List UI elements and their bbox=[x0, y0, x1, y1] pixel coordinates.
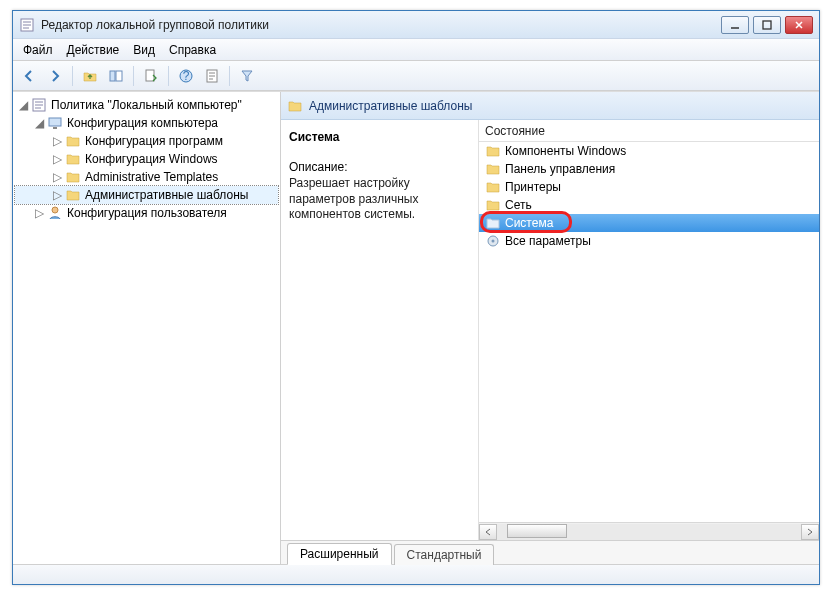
collapse-icon[interactable]: ◢ bbox=[17, 99, 29, 111]
folder-icon bbox=[65, 151, 81, 167]
folder-icon bbox=[485, 179, 501, 195]
menubar: Файл Действие Вид Справка bbox=[13, 39, 819, 61]
breadcrumb: Административные шаблоны bbox=[281, 92, 819, 120]
tree-label: Конфигурация программ bbox=[85, 134, 223, 148]
svg-text:?: ? bbox=[183, 69, 190, 83]
expand-icon[interactable]: ▷ bbox=[51, 135, 63, 147]
tree-admin-templates-en[interactable]: ▷ Administrative Templates bbox=[15, 168, 278, 186]
folder-icon bbox=[485, 161, 501, 177]
toolbar-separator bbox=[168, 66, 169, 86]
properties-button[interactable] bbox=[200, 64, 224, 88]
minimize-button[interactable] bbox=[721, 16, 749, 34]
breadcrumb-label: Административные шаблоны bbox=[309, 99, 472, 113]
list-item-windows-components[interactable]: Компоненты Windows bbox=[479, 142, 819, 160]
forward-button[interactable] bbox=[43, 64, 67, 88]
expand-icon[interactable]: ▷ bbox=[51, 189, 63, 201]
statusbar bbox=[13, 564, 819, 584]
svg-rect-9 bbox=[49, 118, 61, 126]
tree-label: Administrative Templates bbox=[85, 170, 218, 184]
help-button[interactable]: ? bbox=[174, 64, 198, 88]
tree-label: Конфигурация пользователя bbox=[67, 206, 227, 220]
scroll-right-button[interactable] bbox=[801, 524, 819, 540]
tree-admin-templates-ru[interactable]: ▷ Административные шаблоны bbox=[15, 186, 278, 204]
folder-icon bbox=[485, 197, 501, 213]
maximize-button[interactable] bbox=[753, 16, 781, 34]
description-text: Разрешает настройку параметров различных… bbox=[289, 176, 470, 223]
detail-panes: Система Описание: Разрешает настройку па… bbox=[281, 120, 819, 540]
list-item-label: Сеть bbox=[505, 198, 532, 212]
tab-extended[interactable]: Расширенный bbox=[287, 543, 392, 565]
list-item-printers[interactable]: Принтеры bbox=[479, 178, 819, 196]
tree-windows-config[interactable]: ▷ Конфигурация Windows bbox=[15, 150, 278, 168]
expand-icon[interactable]: ▷ bbox=[33, 207, 45, 219]
toolbar-separator bbox=[133, 66, 134, 86]
info-pane: Система Описание: Разрешает настройку па… bbox=[281, 120, 479, 540]
list-item-label: Все параметры bbox=[505, 234, 591, 248]
expand-icon[interactable]: ▷ bbox=[51, 171, 63, 183]
back-button[interactable] bbox=[17, 64, 41, 88]
list-item-control-panel[interactable]: Панель управления bbox=[479, 160, 819, 178]
folder-icon bbox=[65, 169, 81, 185]
policy-icon bbox=[31, 97, 47, 113]
info-heading: Система bbox=[289, 130, 470, 144]
svg-point-13 bbox=[492, 240, 495, 243]
up-folder-button[interactable] bbox=[78, 64, 102, 88]
collapse-icon[interactable]: ◢ bbox=[33, 117, 45, 129]
list-body: Компоненты Windows Панель управления При… bbox=[479, 142, 819, 522]
app-icon bbox=[19, 17, 35, 33]
folder-icon bbox=[65, 187, 81, 203]
computer-icon bbox=[47, 115, 63, 131]
list-item-label: Система bbox=[505, 216, 553, 230]
menu-file[interactable]: Файл bbox=[17, 41, 59, 59]
tree-label: Политика "Локальный компьютер" bbox=[51, 98, 242, 112]
list-item-system[interactable]: Система bbox=[479, 214, 819, 232]
list-item-label: Принтеры bbox=[505, 180, 561, 194]
titlebar: Редактор локальной групповой политики bbox=[13, 11, 819, 39]
menu-help[interactable]: Справка bbox=[163, 41, 222, 59]
folder-icon bbox=[287, 98, 303, 114]
tree-pane[interactable]: ◢ Политика "Локальный компьютер" ◢ Конфи… bbox=[13, 92, 281, 564]
filter-button[interactable] bbox=[235, 64, 259, 88]
list-item-all-settings[interactable]: Все параметры bbox=[479, 232, 819, 250]
tree-label: Конфигурация компьютера bbox=[67, 116, 218, 130]
settings-icon bbox=[485, 233, 501, 249]
close-button[interactable] bbox=[785, 16, 813, 34]
svg-rect-3 bbox=[116, 71, 122, 81]
tree-program-config[interactable]: ▷ Конфигурация программ bbox=[15, 132, 278, 150]
window-title: Редактор локальной групповой политики bbox=[41, 18, 721, 32]
list-item-label: Панель управления bbox=[505, 162, 615, 176]
folder-icon bbox=[485, 143, 501, 159]
folder-icon bbox=[485, 215, 501, 231]
tree-computer-config[interactable]: ◢ Конфигурация компьютера bbox=[15, 114, 278, 132]
svg-point-11 bbox=[52, 207, 58, 213]
svg-rect-1 bbox=[763, 21, 771, 29]
tree-user-config[interactable]: ▷ Конфигурация пользователя bbox=[15, 204, 278, 222]
tab-standard[interactable]: Стандартный bbox=[394, 544, 495, 565]
show-hide-tree-button[interactable] bbox=[104, 64, 128, 88]
scroll-left-button[interactable] bbox=[479, 524, 497, 540]
view-tabs: Расширенный Стандартный bbox=[281, 540, 819, 564]
description-label: Описание: bbox=[289, 160, 470, 174]
menu-view[interactable]: Вид bbox=[127, 41, 161, 59]
content-area: ◢ Политика "Локальный компьютер" ◢ Конфи… bbox=[13, 91, 819, 564]
tree-label: Административные шаблоны bbox=[85, 188, 248, 202]
app-window: Редактор локальной групповой политики Фа… bbox=[12, 10, 820, 585]
svg-rect-10 bbox=[53, 127, 57, 129]
list-header-state[interactable]: Состояние bbox=[479, 120, 819, 142]
list-pane: Состояние Компоненты Windows Панель упра… bbox=[479, 120, 819, 540]
list-item-network[interactable]: Сеть bbox=[479, 196, 819, 214]
export-list-button[interactable] bbox=[139, 64, 163, 88]
scroll-thumb[interactable] bbox=[507, 524, 567, 538]
toolbar-separator bbox=[229, 66, 230, 86]
svg-rect-2 bbox=[110, 71, 115, 81]
list-item-label: Компоненты Windows bbox=[505, 144, 626, 158]
user-icon bbox=[47, 205, 63, 221]
expand-icon[interactable]: ▷ bbox=[51, 153, 63, 165]
tree-root[interactable]: ◢ Политика "Локальный компьютер" bbox=[15, 96, 278, 114]
toolbar: ? bbox=[13, 61, 819, 91]
horizontal-scrollbar[interactable] bbox=[479, 522, 819, 540]
scroll-track[interactable] bbox=[497, 524, 801, 540]
folder-icon bbox=[65, 133, 81, 149]
menu-action[interactable]: Действие bbox=[61, 41, 126, 59]
right-pane: Административные шаблоны Система Описани… bbox=[281, 92, 819, 564]
